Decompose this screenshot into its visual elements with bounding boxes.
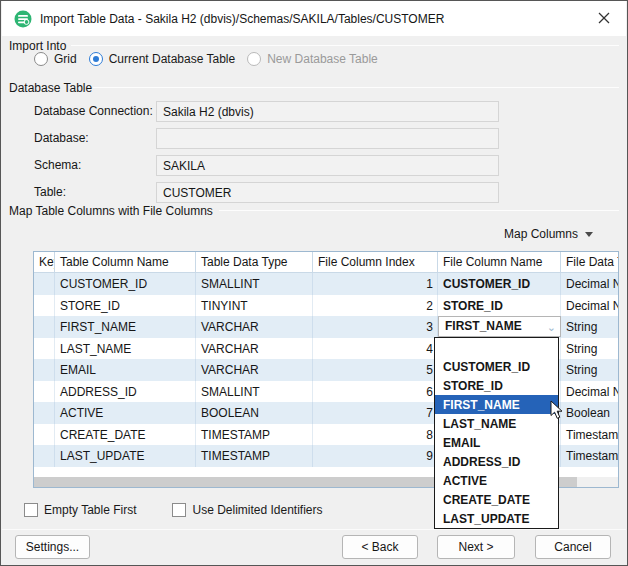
dropdown-item[interactable]: LAST_NAME [435, 414, 558, 433]
cell-file-data-type: Decimal Number [561, 295, 619, 317]
header-file-column-name[interactable]: File Column Name [438, 252, 561, 272]
cell-file-column-index: 6 [313, 381, 438, 403]
cell-file-data-type: Decimal Number [561, 273, 619, 295]
database-connection-value: Sakila H2 (dbvis) [163, 105, 254, 119]
cell-file-column-index: 2 [313, 295, 438, 317]
cell-key [34, 445, 55, 467]
cell-file-data-type: Timestamp [561, 445, 619, 467]
database-table-group-line [93, 87, 619, 88]
cell-table-data-type: SMALLINT [196, 381, 313, 403]
combobox-chevron-icon: ⌄ [547, 321, 556, 334]
cell-table-data-type: BOOLEAN [196, 402, 313, 424]
header-file-data-type[interactable]: File Data Type [561, 252, 619, 272]
cell-file-column-name[interactable]: STORE_ID [438, 295, 561, 317]
mapping-group-line [219, 210, 619, 211]
import-table-data-dialog: Import Table Data - Sakila H2 (dbvis)/Sc… [0, 0, 628, 566]
file-column-name-combobox[interactable]: FIRST_NAME ⌄ [438, 316, 561, 338]
settings-button[interactable]: Settings... [15, 535, 90, 559]
table-field: CUSTOMER [156, 182, 499, 203]
cell-file-data-type: Decimal Number [561, 381, 619, 403]
dropdown-item[interactable]: STORE_ID [435, 376, 558, 395]
dropdown-item-selected[interactable]: FIRST_NAME [435, 395, 558, 414]
cell-file-data-type: Boolean [561, 402, 619, 424]
cell-file-column-index: 9 [313, 445, 438, 467]
table-row[interactable]: STORE_ID TINYINT 2 STORE_ID Decimal Numb… [34, 295, 618, 317]
radio-grid-label: Grid [54, 52, 77, 66]
window-title: Import Table Data - Sakila H2 (dbvis)/Sc… [40, 12, 444, 26]
cell-key [34, 295, 55, 317]
cell-file-column-index: 5 [313, 359, 438, 381]
file-column-name-dropdown: CUSTOMER_ID STORE_ID FIRST_NAME LAST_NAM… [434, 337, 559, 529]
mapping-group-label: Map Table Columns with File Columns [9, 204, 213, 218]
cell-table-column-name: CUSTOMER_ID [55, 273, 196, 295]
radio-grid-circle [34, 52, 48, 66]
schema-value: SAKILA [163, 159, 205, 173]
next-button[interactable]: Next > [437, 535, 515, 559]
radio-current-database-table-label: Current Database Table [109, 52, 236, 66]
table-label: Table: [34, 185, 66, 199]
cell-table-data-type: TIMESTAMP [196, 424, 313, 446]
header-table-column-name[interactable]: Table Column Name [55, 252, 196, 272]
database-field [156, 128, 499, 149]
cell-file-column-index: 4 [313, 338, 438, 360]
cell-table-column-name: LAST_NAME [55, 338, 196, 360]
dropdown-item-blank[interactable] [435, 338, 558, 357]
database-connection-label: Database Connection: [34, 104, 153, 118]
cell-file-data-type: Timestamp [561, 424, 619, 446]
header-file-column-index[interactable]: File Column Index [313, 252, 438, 272]
schema-field: SAKILA [156, 155, 499, 176]
use-delimited-identifiers-box [172, 503, 186, 517]
cell-table-column-name: FIRST_NAME [55, 316, 196, 338]
app-icon [14, 10, 32, 28]
cell-table-data-type: TINYINT [196, 295, 313, 317]
table-row[interactable]: CUSTOMER_ID SMALLINT 1 CUSTOMER_ID Decim… [34, 273, 618, 295]
cancel-button[interactable]: Cancel [535, 535, 611, 559]
dropdown-item[interactable]: ADDRESS_ID [435, 453, 558, 472]
table-header-row: Key Table Column Name Table Data Type Fi… [34, 252, 618, 273]
cell-file-column-index: 8 [313, 424, 438, 446]
radio-current-database-table-circle [89, 52, 103, 66]
cell-table-data-type: VARCHAR [196, 338, 313, 360]
radio-new-database-table: New Database Table [247, 52, 378, 66]
cell-key [34, 402, 55, 424]
import-into-group-label: Import Into [9, 39, 66, 53]
footer-separator [2, 529, 626, 530]
cell-key [34, 381, 55, 403]
empty-table-first-checkbox[interactable]: Empty Table First [24, 503, 136, 517]
cell-table-column-name: EMAIL [55, 359, 196, 381]
cell-file-column-index: 3 [313, 316, 438, 338]
map-columns-button[interactable]: Map Columns [504, 224, 593, 244]
close-button[interactable] [589, 5, 619, 31]
database-connection-field: Sakila H2 (dbvis) [156, 101, 499, 122]
cell-file-data-type: String [561, 338, 619, 360]
radio-new-database-table-label: New Database Table [267, 52, 378, 66]
import-into-group-line [71, 45, 619, 46]
cell-key [34, 338, 55, 360]
combobox-value: FIRST_NAME [445, 319, 522, 333]
cell-file-data-type: String [561, 316, 619, 338]
dropdown-item[interactable]: LAST_UPDATE [435, 510, 558, 529]
cell-table-column-name: ACTIVE [55, 402, 196, 424]
header-table-data-type[interactable]: Table Data Type [196, 252, 313, 272]
close-icon [598, 12, 610, 24]
dropdown-item[interactable]: CUSTOMER_ID [435, 357, 558, 376]
chevron-down-icon [585, 232, 593, 237]
dropdown-item[interactable]: EMAIL [435, 433, 558, 452]
header-key[interactable]: Key [34, 252, 55, 272]
title-bar: Import Table Data - Sakila H2 (dbvis)/Sc… [2, 1, 626, 36]
cell-table-data-type: TIMESTAMP [196, 445, 313, 467]
radio-grid[interactable]: Grid [34, 52, 77, 66]
cell-file-data-type: String [561, 359, 619, 381]
cell-table-column-name: ADDRESS_ID [55, 381, 196, 403]
use-delimited-identifiers-checkbox[interactable]: Use Delimited Identifiers [172, 503, 322, 517]
back-button[interactable]: < Back [342, 535, 418, 559]
radio-current-database-table[interactable]: Current Database Table [89, 52, 236, 66]
cell-file-column-name[interactable]: CUSTOMER_ID [438, 273, 561, 295]
mouse-cursor-icon [550, 400, 564, 423]
cell-key [34, 424, 55, 446]
dropdown-item[interactable]: CREATE_DATE [435, 491, 558, 510]
cell-table-data-type: VARCHAR [196, 359, 313, 381]
table-value: CUSTOMER [163, 186, 231, 200]
cell-table-column-name: LAST_UPDATE [55, 445, 196, 467]
dropdown-item[interactable]: ACTIVE [435, 472, 558, 491]
